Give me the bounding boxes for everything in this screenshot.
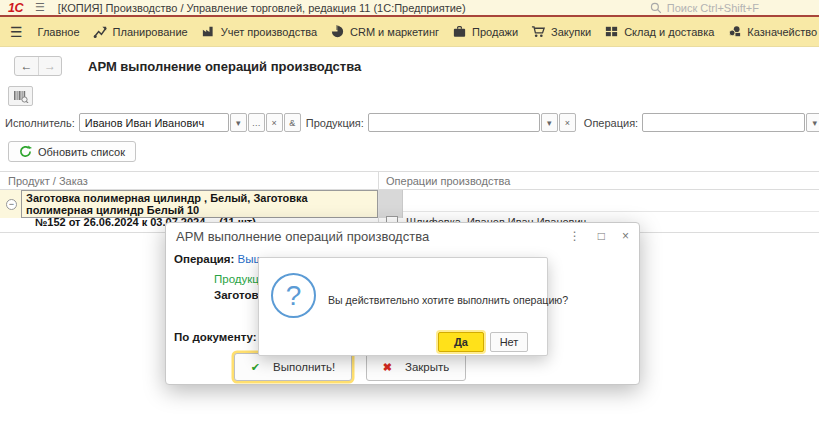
modal-operation-line: Операция: Вышт <box>174 253 268 265</box>
section-label: Учет производства <box>221 26 317 38</box>
product-clear-button[interactable]: × <box>559 113 576 132</box>
close-button[interactable]: ✖ Закрыть <box>366 353 466 381</box>
section-label: Продажи <box>472 26 518 38</box>
history-nav: ← → <box>14 56 62 76</box>
question-icon: ? <box>271 273 316 318</box>
barcode-scan-button[interactable] <box>8 86 33 106</box>
product-dropdown-button[interactable]: ▾ <box>541 113 558 132</box>
modal-header: АРМ выполнение операций производства ⋮ □… <box>166 223 639 249</box>
back-button[interactable]: ← <box>15 57 38 75</box>
confirm-dialog: ? Вы действительно хотите выполнить опер… <box>258 257 548 356</box>
collapse-icon[interactable]: − <box>6 199 17 210</box>
kebab-menu-icon[interactable]: ⋮ <box>569 229 581 243</box>
filter-row: Исполнитель: ▾ … × & Продукция: ▾ × Опер… <box>5 113 819 132</box>
refresh-list-button[interactable]: Обновить список <box>8 141 136 162</box>
section-label: Закупки <box>551 26 591 38</box>
operation-label: Операция: <box>584 117 638 129</box>
executor-field-group: ▾ … × & <box>79 113 301 132</box>
section-treasury[interactable]: Казначейство <box>727 24 817 39</box>
column-operations: Операции производства <box>378 172 819 189</box>
cart-icon <box>531 24 546 39</box>
executor-dropdown-button[interactable]: ▾ <box>230 113 247 132</box>
table-row-group[interactable]: − Заготовка полимерная цилиндр , Белый, … <box>0 190 819 212</box>
section-production[interactable]: Учет производства <box>201 24 317 39</box>
global-search[interactable]: Поиск Ctrl+Shift+F <box>650 2 759 14</box>
1c-logo-icon: 1С <box>8 1 23 15</box>
coins-icon <box>727 24 742 39</box>
confirm-message: Вы действительно хотите выполнить операц… <box>328 294 568 306</box>
executor-input[interactable] <box>79 113 229 132</box>
section-label: Планирование <box>113 26 188 38</box>
executor-open-button[interactable]: & <box>284 113 301 132</box>
operation-input[interactable] <box>642 113 805 132</box>
refresh-icon <box>19 145 32 158</box>
no-button[interactable]: Нет <box>490 332 528 352</box>
operation-dropdown-button[interactable]: ▾ <box>806 113 819 132</box>
clear-icon: × <box>565 118 570 128</box>
close-label: Закрыть <box>405 361 449 373</box>
table-header: Продукт / Заказ Операции производства <box>0 172 819 190</box>
search-icon <box>650 2 662 14</box>
plan-icon <box>93 24 108 39</box>
product-label: Продукция: <box>306 117 364 129</box>
cross-icon: ✖ <box>383 361 392 374</box>
grid-icon <box>604 24 619 39</box>
execute-button[interactable]: ✔ Выполнить! <box>234 353 352 381</box>
product-input[interactable] <box>368 113 540 132</box>
page-title: АРМ выполнение операций производства <box>88 59 361 74</box>
section-sales[interactable]: Продажи <box>452 24 518 39</box>
section-label: Главное <box>38 26 80 38</box>
close-icon[interactable]: × <box>622 229 629 243</box>
modal-title: АРМ выполнение операций производства <box>176 229 429 244</box>
modal-window-controls: ⋮ □ × <box>569 229 629 243</box>
titlebar: 1С ☰ [КОПИЯ] Производство / Управление т… <box>0 0 819 17</box>
section-crm[interactable]: CRM и маркетинг <box>330 24 439 39</box>
section-label: Казначейство <box>747 26 817 38</box>
chevron-down-icon: ▾ <box>812 118 817 128</box>
briefcase-icon <box>452 24 467 39</box>
open-icon: & <box>289 118 295 128</box>
section-main[interactable]: Главное <box>38 26 80 38</box>
chevron-down-icon: ▾ <box>547 118 552 128</box>
clear-icon: × <box>272 118 277 128</box>
section-label: CRM и маркетинг <box>350 26 439 38</box>
forward-button[interactable]: → <box>38 57 61 75</box>
document-caption: По документу: <box>174 331 257 343</box>
execute-label: Выполнить! <box>273 361 335 373</box>
yes-button[interactable]: Да <box>438 332 484 352</box>
section-planning[interactable]: Планирование <box>93 24 188 39</box>
sections-panel: ☰ Главное Планирование Учет производства… <box>0 17 819 47</box>
barcode-icon <box>13 90 29 103</box>
page-header: ← → АРМ выполнение операций производства <box>14 56 819 76</box>
sections-menu-icon[interactable]: ☰ <box>10 24 23 40</box>
section-label: Склад и доставка <box>624 26 714 38</box>
window-title: [КОПИЯ] Производство / Управление торгов… <box>58 2 466 14</box>
refresh-label: Обновить список <box>38 146 125 158</box>
product-field-group: ▾ × <box>368 113 576 132</box>
operation-caption: Операция: <box>174 253 234 265</box>
column-product-order: Продукт / Заказ <box>0 172 378 189</box>
section-warehouse[interactable]: Склад и доставка <box>604 24 714 39</box>
operation-field-group: ▾ × <box>642 113 819 132</box>
check-icon: ✔ <box>251 361 260 374</box>
search-placeholder: Поиск Ctrl+Shift+F <box>667 2 759 14</box>
pie-chart-icon <box>330 24 345 39</box>
maximize-icon[interactable]: □ <box>598 229 605 243</box>
section-purchases[interactable]: Закупки <box>531 24 591 39</box>
executor-clear-button[interactable]: × <box>266 113 283 132</box>
app-window: 1С ☰ [КОПИЯ] Производство / Управление т… <box>0 0 819 423</box>
ellipsis-icon: … <box>252 118 261 128</box>
executor-choose-button[interactable]: … <box>248 113 265 132</box>
main-menu-icon[interactable]: ☰ <box>35 1 45 14</box>
executor-label: Исполнитель: <box>5 117 75 129</box>
factory-icon <box>201 24 216 39</box>
chevron-down-icon: ▾ <box>236 118 241 128</box>
